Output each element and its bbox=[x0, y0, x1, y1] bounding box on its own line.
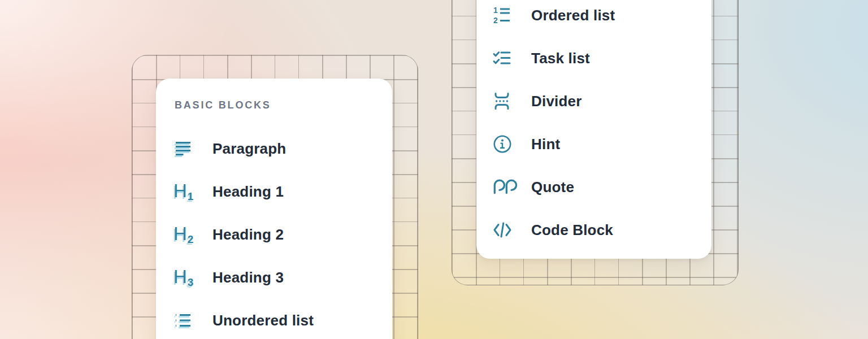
menu-item-label: Task list bbox=[531, 50, 590, 67]
task-list-icon bbox=[492, 48, 517, 68]
menu-item-label: Code Block bbox=[531, 221, 613, 239]
menu-list-right: 1 2Ordered list Task list Divider Hint Q… bbox=[476, 0, 711, 251]
menu-item-label: Paragraph bbox=[212, 140, 286, 158]
menu-item-heading-3[interactable]: H3Heading 3 bbox=[156, 256, 392, 299]
block-menu-basic-blocks: BASIC BLOCKS ParagraphH1Heading 1H2Headi… bbox=[156, 79, 392, 339]
menu-item-label: Heading 3 bbox=[212, 269, 284, 286]
menu-list-left: ParagraphH1Heading 1H2Heading 2H3Heading… bbox=[156, 127, 392, 339]
code-block-icon bbox=[492, 220, 517, 240]
background-gradient: BASIC BLOCKS ParagraphH1Heading 1H2Headi… bbox=[0, 0, 868, 339]
menu-item-hint[interactable]: Hint bbox=[476, 123, 711, 166]
menu-item-label: Heading 2 bbox=[212, 226, 284, 244]
menu-item-label: Heading 1 bbox=[212, 183, 284, 201]
section-title-basic-blocks: BASIC BLOCKS bbox=[175, 99, 392, 111]
menu-item-quote[interactable]: Quote bbox=[476, 166, 711, 208]
ordered-list-icon: 1 2 bbox=[492, 5, 517, 25]
menu-item-label: Ordered list bbox=[531, 7, 615, 24]
hint-icon bbox=[492, 134, 517, 154]
heading-2-icon: H2 bbox=[173, 224, 198, 245]
menu-item-label: Divider bbox=[531, 93, 582, 110]
svg-text:1: 1 bbox=[493, 6, 498, 15]
heading-3-icon: H3 bbox=[173, 267, 198, 288]
menu-item-label: Hint bbox=[531, 136, 560, 153]
menu-item-ordered-list[interactable]: 1 2Ordered list bbox=[476, 0, 711, 37]
block-menu-more-blocks: 1 2Ordered list Task list Divider Hint Q… bbox=[476, 0, 711, 259]
paragraph-icon bbox=[173, 138, 198, 159]
svg-text:2: 2 bbox=[493, 16, 498, 25]
menu-item-label: Quote bbox=[531, 179, 574, 196]
menu-item-divider[interactable]: Divider bbox=[476, 80, 711, 123]
menu-item-task-list[interactable]: Task list bbox=[476, 37, 711, 80]
menu-item-heading-1[interactable]: H1Heading 1 bbox=[156, 170, 392, 213]
divider-icon bbox=[492, 91, 517, 111]
menu-item-paragraph[interactable]: Paragraph bbox=[156, 127, 392, 170]
menu-item-heading-2[interactable]: H2Heading 2 bbox=[156, 213, 392, 256]
menu-item-unordered-list[interactable]: Unordered list bbox=[156, 299, 392, 339]
unordered-list-icon bbox=[173, 310, 198, 331]
menu-item-label: Unordered list bbox=[212, 312, 314, 329]
heading-1-icon: H1 bbox=[173, 181, 198, 202]
menu-item-code-block[interactable]: Code Block bbox=[476, 208, 711, 251]
quote-icon bbox=[492, 177, 517, 197]
